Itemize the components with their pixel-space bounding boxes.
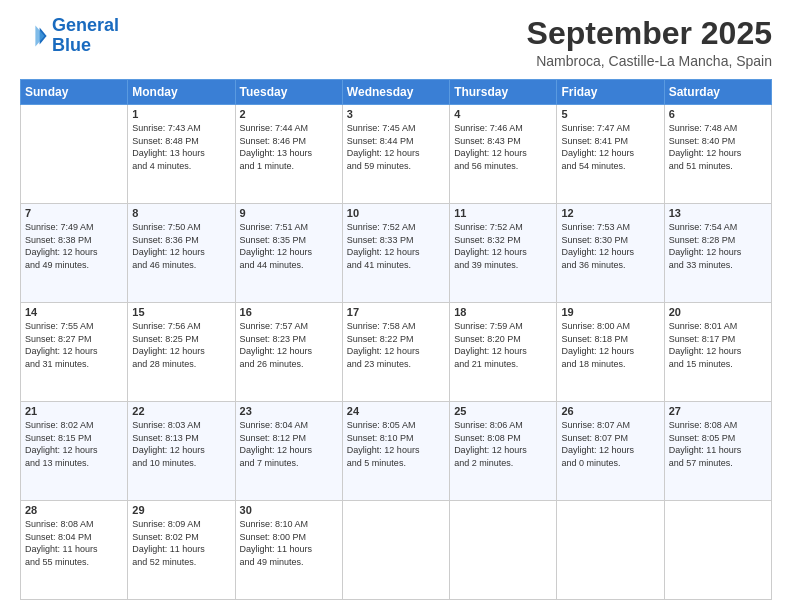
calendar-week-row: 1Sunrise: 7:43 AM Sunset: 8:48 PM Daylig… [21,105,772,204]
day-number: 6 [669,108,767,120]
calendar-cell: 13Sunrise: 7:54 AM Sunset: 8:28 PM Dayli… [664,204,771,303]
day-info: Sunrise: 8:08 AM Sunset: 8:05 PM Dayligh… [669,419,767,469]
calendar-cell: 25Sunrise: 8:06 AM Sunset: 8:08 PM Dayli… [450,402,557,501]
day-number: 30 [240,504,338,516]
day-info: Sunrise: 7:59 AM Sunset: 8:20 PM Dayligh… [454,320,552,370]
day-info: Sunrise: 7:56 AM Sunset: 8:25 PM Dayligh… [132,320,230,370]
month-title: September 2025 [527,16,772,51]
day-info: Sunrise: 7:49 AM Sunset: 8:38 PM Dayligh… [25,221,123,271]
calendar-cell: 28Sunrise: 8:08 AM Sunset: 8:04 PM Dayli… [21,501,128,600]
calendar-cell: 7Sunrise: 7:49 AM Sunset: 8:38 PM Daylig… [21,204,128,303]
calendar-week-row: 7Sunrise: 7:49 AM Sunset: 8:38 PM Daylig… [21,204,772,303]
day-number: 28 [25,504,123,516]
calendar-cell: 1Sunrise: 7:43 AM Sunset: 8:48 PM Daylig… [128,105,235,204]
calendar-cell: 22Sunrise: 8:03 AM Sunset: 8:13 PM Dayli… [128,402,235,501]
day-info: Sunrise: 7:43 AM Sunset: 8:48 PM Dayligh… [132,122,230,172]
day-info: Sunrise: 8:01 AM Sunset: 8:17 PM Dayligh… [669,320,767,370]
day-info: Sunrise: 8:07 AM Sunset: 8:07 PM Dayligh… [561,419,659,469]
day-info: Sunrise: 7:50 AM Sunset: 8:36 PM Dayligh… [132,221,230,271]
calendar-cell: 12Sunrise: 7:53 AM Sunset: 8:30 PM Dayli… [557,204,664,303]
day-info: Sunrise: 8:06 AM Sunset: 8:08 PM Dayligh… [454,419,552,469]
page: General Blue September 2025 Nambroca, Ca… [0,0,792,612]
day-number: 9 [240,207,338,219]
day-number: 24 [347,405,445,417]
day-number: 11 [454,207,552,219]
day-info: Sunrise: 7:46 AM Sunset: 8:43 PM Dayligh… [454,122,552,172]
day-info: Sunrise: 7:51 AM Sunset: 8:35 PM Dayligh… [240,221,338,271]
day-number: 4 [454,108,552,120]
day-header-monday: Monday [128,80,235,105]
day-number: 5 [561,108,659,120]
day-header-thursday: Thursday [450,80,557,105]
calendar-cell [450,501,557,600]
day-number: 29 [132,504,230,516]
calendar-cell: 11Sunrise: 7:52 AM Sunset: 8:32 PM Dayli… [450,204,557,303]
calendar-table: SundayMondayTuesdayWednesdayThursdayFrid… [20,79,772,600]
day-info: Sunrise: 8:08 AM Sunset: 8:04 PM Dayligh… [25,518,123,568]
day-info: Sunrise: 7:53 AM Sunset: 8:30 PM Dayligh… [561,221,659,271]
calendar-cell: 14Sunrise: 7:55 AM Sunset: 8:27 PM Dayli… [21,303,128,402]
day-info: Sunrise: 8:04 AM Sunset: 8:12 PM Dayligh… [240,419,338,469]
calendar-cell: 26Sunrise: 8:07 AM Sunset: 8:07 PM Dayli… [557,402,664,501]
day-number: 22 [132,405,230,417]
day-header-sunday: Sunday [21,80,128,105]
day-info: Sunrise: 7:44 AM Sunset: 8:46 PM Dayligh… [240,122,338,172]
calendar-header-row: SundayMondayTuesdayWednesdayThursdayFrid… [21,80,772,105]
calendar-cell: 30Sunrise: 8:10 AM Sunset: 8:00 PM Dayli… [235,501,342,600]
day-number: 19 [561,306,659,318]
calendar-cell: 19Sunrise: 8:00 AM Sunset: 8:18 PM Dayli… [557,303,664,402]
calendar-cell: 20Sunrise: 8:01 AM Sunset: 8:17 PM Dayli… [664,303,771,402]
calendar-cell: 24Sunrise: 8:05 AM Sunset: 8:10 PM Dayli… [342,402,449,501]
day-number: 14 [25,306,123,318]
calendar-cell: 17Sunrise: 7:58 AM Sunset: 8:22 PM Dayli… [342,303,449,402]
calendar-cell: 29Sunrise: 8:09 AM Sunset: 8:02 PM Dayli… [128,501,235,600]
calendar-cell: 21Sunrise: 8:02 AM Sunset: 8:15 PM Dayli… [21,402,128,501]
day-info: Sunrise: 7:48 AM Sunset: 8:40 PM Dayligh… [669,122,767,172]
calendar-cell: 6Sunrise: 7:48 AM Sunset: 8:40 PM Daylig… [664,105,771,204]
logo-text: General Blue [52,16,119,56]
header: General Blue September 2025 Nambroca, Ca… [20,16,772,69]
day-number: 27 [669,405,767,417]
day-info: Sunrise: 7:58 AM Sunset: 8:22 PM Dayligh… [347,320,445,370]
calendar-cell: 4Sunrise: 7:46 AM Sunset: 8:43 PM Daylig… [450,105,557,204]
day-info: Sunrise: 7:54 AM Sunset: 8:28 PM Dayligh… [669,221,767,271]
calendar-cell: 10Sunrise: 7:52 AM Sunset: 8:33 PM Dayli… [342,204,449,303]
day-number: 7 [25,207,123,219]
day-header-friday: Friday [557,80,664,105]
day-info: Sunrise: 8:09 AM Sunset: 8:02 PM Dayligh… [132,518,230,568]
calendar-cell [342,501,449,600]
day-number: 18 [454,306,552,318]
location: Nambroca, Castille-La Mancha, Spain [527,53,772,69]
day-info: Sunrise: 7:52 AM Sunset: 8:33 PM Dayligh… [347,221,445,271]
calendar-cell [557,501,664,600]
day-number: 26 [561,405,659,417]
calendar-cell: 15Sunrise: 7:56 AM Sunset: 8:25 PM Dayli… [128,303,235,402]
day-info: Sunrise: 7:52 AM Sunset: 8:32 PM Dayligh… [454,221,552,271]
calendar-cell: 23Sunrise: 8:04 AM Sunset: 8:12 PM Dayli… [235,402,342,501]
day-number: 23 [240,405,338,417]
calendar-cell: 27Sunrise: 8:08 AM Sunset: 8:05 PM Dayli… [664,402,771,501]
calendar-cell: 5Sunrise: 7:47 AM Sunset: 8:41 PM Daylig… [557,105,664,204]
logo-line1: General [52,15,119,35]
day-header-tuesday: Tuesday [235,80,342,105]
calendar-cell: 9Sunrise: 7:51 AM Sunset: 8:35 PM Daylig… [235,204,342,303]
day-header-wednesday: Wednesday [342,80,449,105]
day-number: 21 [25,405,123,417]
title-block: September 2025 Nambroca, Castille-La Man… [527,16,772,69]
calendar-week-row: 21Sunrise: 8:02 AM Sunset: 8:15 PM Dayli… [21,402,772,501]
day-info: Sunrise: 8:00 AM Sunset: 8:18 PM Dayligh… [561,320,659,370]
day-info: Sunrise: 7:45 AM Sunset: 8:44 PM Dayligh… [347,122,445,172]
day-number: 8 [132,207,230,219]
day-info: Sunrise: 7:55 AM Sunset: 8:27 PM Dayligh… [25,320,123,370]
calendar-cell: 16Sunrise: 7:57 AM Sunset: 8:23 PM Dayli… [235,303,342,402]
calendar-cell: 8Sunrise: 7:50 AM Sunset: 8:36 PM Daylig… [128,204,235,303]
day-info: Sunrise: 7:57 AM Sunset: 8:23 PM Dayligh… [240,320,338,370]
day-number: 3 [347,108,445,120]
day-number: 13 [669,207,767,219]
calendar-week-row: 28Sunrise: 8:08 AM Sunset: 8:04 PM Dayli… [21,501,772,600]
logo-line2: Blue [52,35,91,55]
day-info: Sunrise: 8:05 AM Sunset: 8:10 PM Dayligh… [347,419,445,469]
day-info: Sunrise: 8:02 AM Sunset: 8:15 PM Dayligh… [25,419,123,469]
day-number: 16 [240,306,338,318]
day-number: 10 [347,207,445,219]
